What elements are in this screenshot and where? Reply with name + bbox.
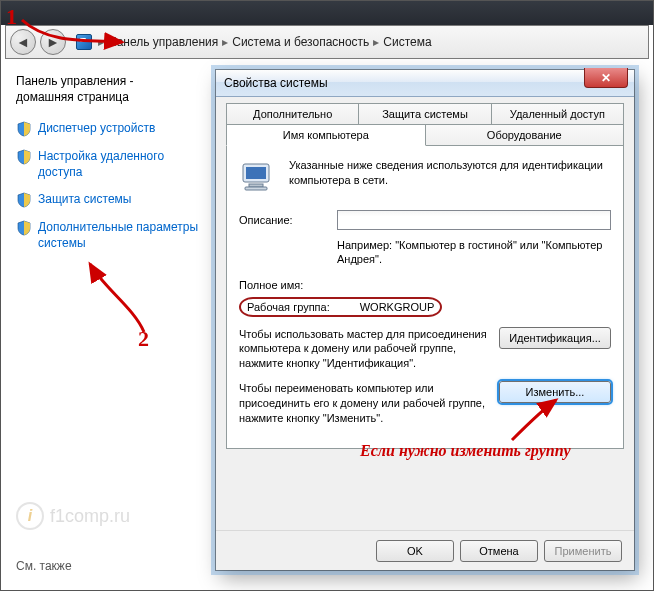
sidebar-home-link[interactable]: Панель управления - домашняя страница: [16, 74, 201, 105]
system-properties-dialog: Свойства системы ✕ Дополнительно Защита …: [216, 70, 634, 570]
tab-computer-name[interactable]: Имя компьютера: [226, 124, 426, 146]
cancel-button[interactable]: Отмена: [460, 540, 538, 562]
apply-button[interactable]: Применить: [544, 540, 622, 562]
close-icon: ✕: [601, 71, 611, 85]
ok-button[interactable]: OK: [376, 540, 454, 562]
sidebar-home-label-1: Панель управления -: [16, 74, 134, 88]
sidebar-link-label[interactable]: Защита системы: [38, 192, 131, 208]
sidebar-link-label[interactable]: Настройка удаленного доступа: [38, 149, 201, 180]
dialog-button-bar: OK Отмена Применить: [216, 530, 634, 570]
breadcrumb-item[interactable]: Система и безопасность: [232, 35, 369, 49]
breadcrumb-item[interactable]: Система: [383, 35, 431, 49]
dialog-titlebar[interactable]: Свойства системы ✕: [216, 70, 634, 97]
sidebar-item-remote-settings[interactable]: Настройка удаленного доступа: [16, 149, 201, 180]
description-input[interactable]: [337, 210, 611, 230]
tab-row-primary: Имя компьютера Оборудование: [226, 124, 624, 145]
brand-watermark: i f1comp.ru: [16, 502, 130, 530]
tab-row-secondary: Дополнительно Защита системы Удаленный д…: [226, 103, 624, 124]
sidebar-see-also: См. также: [16, 559, 72, 573]
tab-panel-computer-name: Указанные ниже сведения используются для…: [226, 145, 624, 449]
sidebar-link-label[interactable]: Дополнительные параметры системы: [38, 220, 201, 251]
shield-icon: [16, 220, 32, 236]
workgroup-highlight-annotation: Рабочая группа: WORKGROUP: [239, 297, 442, 317]
window-chrome-top: [0, 0, 654, 25]
change-text: Чтобы переименовать компьютер или присое…: [239, 381, 491, 426]
tab-remote[interactable]: Удаленный доступ: [492, 103, 624, 125]
chevron-right-icon: ▸: [373, 35, 379, 49]
workgroup-value: WORKGROUP: [360, 301, 435, 313]
control-panel-icon: [76, 34, 92, 50]
sidebar-link-label[interactable]: Диспетчер устройств: [38, 121, 155, 137]
tab-system-protection[interactable]: Защита системы: [359, 103, 491, 125]
nav-forward-button[interactable]: ►: [40, 29, 66, 55]
breadcrumb-bar: ◄ ► ▸ Панель управления ▸ Система и безо…: [5, 25, 649, 59]
svg-rect-3: [245, 187, 267, 190]
svg-rect-1: [246, 167, 266, 179]
tab-advanced[interactable]: Дополнительно: [226, 103, 359, 125]
chevron-right-icon: ▸: [98, 35, 104, 49]
sidebar-item-system-protection[interactable]: Защита системы: [16, 192, 201, 208]
brand-badge-icon: i: [16, 502, 44, 530]
identification-text: Чтобы использовать мастер для присоедине…: [239, 327, 491, 372]
breadcrumb-item[interactable]: Панель управления: [108, 35, 218, 49]
computer-icon: [239, 158, 279, 198]
intro-text: Указанные ниже сведения используются для…: [289, 158, 611, 188]
sidebar: Панель управления - домашняя страница Ди…: [6, 60, 211, 585]
workgroup-label: Рабочая группа:: [247, 301, 330, 313]
sidebar-item-device-manager[interactable]: Диспетчер устройств: [16, 121, 201, 137]
nav-back-button[interactable]: ◄: [10, 29, 36, 55]
sidebar-home-label-2: домашняя страница: [16, 90, 129, 104]
tab-hardware[interactable]: Оборудование: [426, 124, 625, 146]
identification-button[interactable]: Идентификация...: [499, 327, 611, 349]
description-example: Например: "Компьютер в гостиной" или "Ко…: [337, 238, 611, 267]
shield-icon: [16, 192, 32, 208]
change-button[interactable]: Изменить...: [499, 381, 611, 403]
breadcrumb: ▸ Панель управления ▸ Система и безопасн…: [76, 34, 432, 50]
sidebar-item-advanced-system-settings[interactable]: Дополнительные параметры системы: [16, 220, 201, 251]
brand-text: f1comp.ru: [50, 506, 130, 527]
dialog-body: Дополнительно Защита системы Удаленный д…: [226, 103, 624, 526]
fullname-label: Полное имя:: [239, 279, 369, 291]
description-label: Описание:: [239, 214, 329, 226]
close-button[interactable]: ✕: [584, 68, 628, 88]
shield-icon: [16, 121, 32, 137]
dialog-title: Свойства системы: [224, 76, 328, 90]
chevron-right-icon: ▸: [222, 35, 228, 49]
shield-icon: [16, 149, 32, 165]
